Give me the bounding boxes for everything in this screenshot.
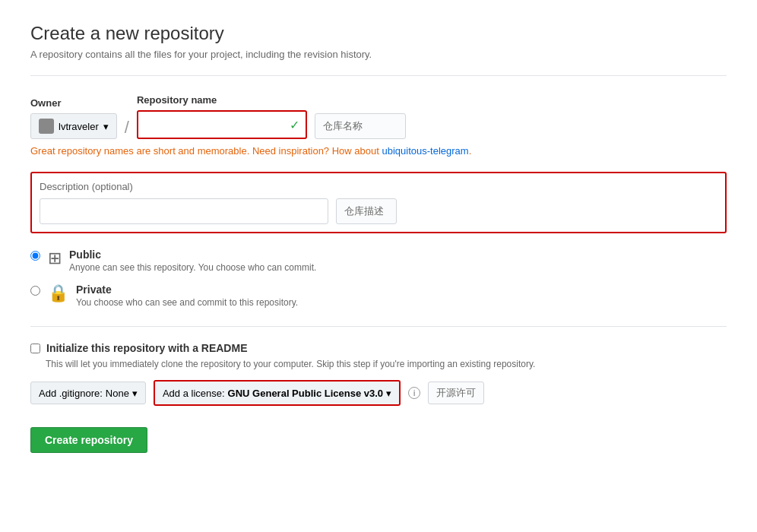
description-tooltip: 仓库描述 bbox=[336, 198, 397, 224]
description-input[interactable]: 这是一个test仓库 bbox=[40, 198, 328, 224]
readme-section: Initialize this repository with a README… bbox=[30, 326, 727, 406]
gitignore-label: Add .gitignore: bbox=[39, 388, 103, 399]
owner-label: Owner bbox=[30, 97, 117, 109]
license-tooltip: 开源许可 bbox=[428, 382, 484, 404]
info-icon[interactable]: i bbox=[408, 387, 420, 399]
gitignore-value: None bbox=[106, 388, 129, 399]
desc-label: Description (optional) bbox=[40, 181, 717, 192]
license-value: GNU General Public License v3.0 bbox=[228, 388, 383, 399]
public-desc: Anyone can see this repository. You choo… bbox=[69, 262, 316, 273]
private-option: 🔒 Private You choose who can see and com… bbox=[30, 283, 727, 308]
suggestion-after: . bbox=[469, 145, 472, 157]
repo-name-label: Repository name bbox=[137, 94, 307, 106]
license-dropdown[interactable]: Add a license: GNU General Public Licens… bbox=[155, 382, 399, 404]
slash-separator: / bbox=[125, 118, 129, 139]
license-caret-icon: ▾ bbox=[386, 388, 391, 399]
license-label-text: Add a license: bbox=[163, 388, 225, 399]
desc-input-row: 这是一个test仓库 仓库描述 bbox=[40, 198, 717, 224]
visibility-section: ⊞ Public Anyone can see this repository.… bbox=[30, 249, 727, 308]
page-title: Create a new repository bbox=[30, 23, 727, 44]
private-desc: You choose who can see and commit to thi… bbox=[76, 297, 298, 308]
repo-name-tooltip: 仓库名称 bbox=[315, 113, 406, 139]
description-section: Description (optional) 这是一个test仓库 仓库描述 bbox=[30, 172, 727, 233]
create-repository-button[interactable]: Create repository bbox=[30, 427, 147, 453]
repo-name-input[interactable]: test bbox=[138, 112, 306, 138]
public-label: Public bbox=[69, 249, 316, 261]
private-radio[interactable] bbox=[30, 286, 40, 296]
readme-row: Initialize this repository with a README bbox=[30, 342, 727, 354]
gitignore-caret-icon: ▾ bbox=[132, 388, 138, 399]
owner-caret-icon: ▾ bbox=[103, 121, 109, 132]
owner-username: lvtraveler bbox=[59, 121, 99, 132]
checkmark-icon: ✓ bbox=[290, 118, 299, 132]
readme-desc: This will let you immediately clone the … bbox=[46, 359, 727, 369]
owner-dropdown[interactable]: lvtraveler ▾ bbox=[30, 113, 117, 139]
suggestion-text: Great repository names are short and mem… bbox=[30, 145, 727, 157]
license-row: Add .gitignore: None ▾ Add a license: GN… bbox=[30, 380, 727, 406]
repo-name-group: Repository name test ✓ bbox=[137, 94, 307, 139]
license-wrapper: Add a license: GNU General Public Licens… bbox=[154, 380, 401, 406]
private-label: Private bbox=[76, 283, 298, 296]
owner-avatar bbox=[39, 119, 54, 134]
page-subtitle: A repository contains all the files for … bbox=[30, 49, 727, 60]
repo-name-wrapper: test ✓ bbox=[137, 110, 307, 139]
public-text: Public Anyone can see this repository. Y… bbox=[69, 249, 316, 273]
readme-checkbox[interactable] bbox=[30, 344, 40, 353]
public-icon: ⊞ bbox=[48, 249, 62, 268]
gitignore-dropdown[interactable]: Add .gitignore: None ▾ bbox=[30, 382, 146, 404]
suggestion-before: Great repository names are short and mem… bbox=[30, 145, 382, 157]
divider bbox=[30, 75, 727, 76]
lock-icon: 🔒 bbox=[48, 283, 68, 303]
readme-title: Initialize this repository with a README bbox=[46, 342, 247, 354]
desc-label-optional: (optional) bbox=[89, 181, 133, 192]
public-radio[interactable] bbox=[30, 251, 40, 261]
public-option: ⊞ Public Anyone can see this repository.… bbox=[30, 249, 727, 273]
private-text: Private You choose who can see and commi… bbox=[76, 283, 298, 308]
owner-repo-row: Owner lvtraveler ▾ / Repository name tes… bbox=[30, 94, 727, 139]
desc-label-main: Description bbox=[40, 181, 89, 192]
suggestion-link[interactable]: ubiquitous-telegram bbox=[382, 145, 468, 157]
owner-group: Owner lvtraveler ▾ bbox=[30, 97, 117, 139]
